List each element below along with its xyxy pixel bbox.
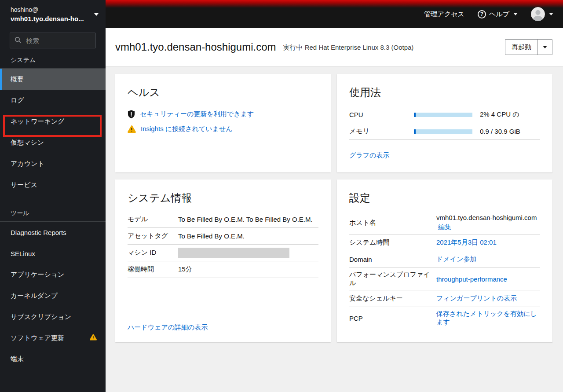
security-shield-icon (128, 110, 135, 118)
memory-progress-bar (414, 129, 472, 134)
row-label: パフォーマンスプロファイル (349, 271, 436, 287)
system-info-card-title: システム情報 (128, 191, 318, 205)
table-row-asset-tag: アセットタグ To Be Filled By O.E.M. (128, 228, 318, 245)
avatar (531, 7, 545, 21)
chevron-down-icon (549, 13, 553, 15)
sidebar-item-label: ソフトウェア更新 (11, 334, 64, 342)
table-row-ssh-keys: 安全なシェルキー フィンガープリントの表示 (349, 290, 540, 307)
sidebar-item-subscriptions[interactable]: サブスクリプション (0, 306, 106, 327)
help-menu-button[interactable]: ? ヘルプ (478, 10, 518, 18)
row-value: 15分 (178, 265, 192, 274)
sidebar-item-diagnostic-reports[interactable]: Diagnostic Reports (0, 222, 106, 243)
current-host: vmh01.tyo.densan-ho... (11, 14, 91, 24)
row-label: マシン ID (128, 249, 178, 257)
row-value: To Be Filled By O.E.M. (178, 232, 245, 240)
sidebar-item-label: サブスクリプション (11, 313, 71, 321)
main-content: vmh01.tyo.densan-hoshigumi.com 実行中 Red H… (106, 28, 563, 392)
join-domain-link[interactable]: ドメイン参加 (436, 255, 476, 264)
row-label: PCP (349, 315, 436, 322)
memory-value: 0.9 / 30.9 GiB (480, 128, 520, 135)
show-fingerprints-link[interactable]: フィンガープリントの表示 (436, 294, 517, 303)
hostname-value-block: vmh01.tyo.densan-hoshigumi.com 編集 (436, 214, 537, 231)
sidebar-item-kernel-dump[interactable]: カーネルダンプ (0, 285, 106, 306)
chevron-down-icon (543, 46, 547, 48)
row-label: システム時間 (349, 238, 436, 247)
row-label: モデル (128, 215, 178, 223)
memory-progress-fill (414, 129, 416, 134)
table-row-machine-id: マシン ID (128, 245, 318, 261)
help-label: ヘルプ (489, 10, 509, 18)
nav-section-tools: ツール (0, 206, 106, 222)
admin-access-button[interactable]: 管理アクセス (424, 10, 464, 18)
machine-id-redacted-value (178, 248, 289, 258)
search-icon (15, 37, 22, 45)
health-card: ヘルス セキュリティーの更新を利用できます (115, 74, 331, 172)
system-info-card: システム情報 モデル To Be Filled By O.E.M. To Be … (115, 180, 331, 342)
sidebar-item-virtual-machines[interactable]: 仮想マシン (0, 132, 106, 153)
insights-link[interactable]: Insights に接続されていません (141, 125, 233, 133)
sidebar-item-applications[interactable]: アプリケーション (0, 264, 106, 285)
configuration-card: 設定 ホスト名 vmh01.tyo.densan-hoshigumi.com 編… (337, 180, 552, 342)
sidebar-item-label: カーネルダンプ (11, 292, 58, 300)
usage-card-title: 使用法 (349, 85, 540, 99)
row-label: ホスト名 (349, 219, 436, 227)
memory-label: メモリ (349, 127, 414, 136)
sidebar-item-label: SELinux (11, 250, 35, 257)
hostname-value: vmh01.tyo.densan-hoshigumi.com (436, 214, 537, 221)
os-status-text: 実行中 Red Hat Enterprise Linux 8.3 (Ootpa) (283, 44, 414, 52)
chevron-down-icon (94, 13, 99, 16)
sidebar-item-label: 概要 (11, 75, 24, 84)
health-item-insights: Insights に接続されていません (128, 125, 318, 133)
host-switcher[interactable]: hoshino@ vmh01.tyo.densan-ho... (0, 0, 106, 27)
security-updates-link[interactable]: セキュリティーの更新を利用できます (140, 110, 254, 118)
view-hardware-details-link[interactable]: ハードウェアの詳細の表示 (128, 323, 318, 332)
sidebar-item-label: 端末 (11, 355, 24, 363)
table-row-domain: Domain ドメイン参加 (349, 251, 540, 268)
sidebar-item-terminal[interactable]: 端末 (0, 348, 106, 370)
sidebar-item-overview[interactable]: 概要 (0, 69, 106, 90)
page-title-hostname: vmh01.tyo.densan-hoshigumi.com (115, 41, 276, 53)
row-label: 稼働時間 (128, 265, 178, 274)
restart-split-button: 再起動 (505, 39, 552, 55)
row-label: アセットタグ (128, 232, 178, 240)
sidebar: hoshino@ vmh01.tyo.densan-ho... システム 概要 … (0, 0, 106, 392)
table-row-system-time: システム時間 2021年5月3日 02:01 (349, 234, 540, 251)
health-card-title: ヘルス (128, 85, 318, 99)
masthead: 管理アクセス ? ヘルプ (106, 0, 563, 28)
row-label: 安全なシェルキー (349, 294, 436, 303)
page-header: vmh01.tyo.densan-hoshigumi.com 実行中 Red H… (106, 28, 563, 66)
edit-hostname-link[interactable]: 編集 (438, 223, 451, 231)
row-value: To Be Filled By O.E.M. To Be Filled By O… (178, 216, 313, 223)
admin-access-label: 管理アクセス (424, 10, 464, 18)
performance-profile-link[interactable]: throughput-performance (436, 275, 507, 283)
sidebar-item-label: ネットワーキング (11, 117, 64, 126)
sidebar-item-selinux[interactable]: SELinux (0, 243, 106, 264)
health-item-security-updates: セキュリティーの更新を利用できます (128, 110, 318, 118)
usage-card: 使用法 CPU 2% 4 CPU の メモリ 0.9 / 30.9 GiB (337, 74, 552, 172)
chevron-down-icon (513, 13, 518, 15)
restart-button[interactable]: 再起動 (505, 40, 537, 55)
view-graphs-link[interactable]: グラフの表示 (349, 151, 540, 160)
row-label: Domain (349, 256, 436, 263)
restart-dropdown-toggle[interactable] (537, 40, 552, 55)
sidebar-item-label: 仮想マシン (11, 139, 44, 147)
sidebar-item-accounts[interactable]: アカウント (0, 153, 106, 174)
search-input[interactable] (10, 33, 96, 48)
enable-stored-metrics-link[interactable]: 保存されたメトリックを有効にします (436, 310, 540, 326)
sidebar-item-software-updates[interactable]: ソフトウェア更新 (0, 327, 106, 348)
sidebar-item-networking[interactable]: ネットワーキング (0, 111, 106, 132)
system-time-link[interactable]: 2021年5月3日 02:01 (436, 238, 497, 247)
table-row-uptime: 稼働時間 15分 (128, 261, 318, 278)
table-row-hostname: ホスト名 vmh01.tyo.densan-hoshigumi.com 編集 (349, 211, 540, 234)
nav-section-system: システム (0, 53, 106, 69)
table-row-pcp: PCP 保存されたメトリックを有効にします (349, 307, 540, 329)
table-row-performance-profile: パフォーマンスプロファイル throughput-performance (349, 268, 540, 290)
sidebar-item-services[interactable]: サービス (0, 174, 106, 195)
cpu-value: 2% 4 CPU の (480, 110, 519, 119)
sidebar-item-logs[interactable]: ログ (0, 90, 106, 111)
sidebar-item-label: サービス (11, 181, 37, 189)
sidebar-item-label: アプリケーション (11, 271, 64, 279)
user-menu-button[interactable] (531, 7, 553, 21)
logged-in-user: hoshino@ (11, 5, 91, 14)
help-question-icon: ? (478, 10, 486, 18)
